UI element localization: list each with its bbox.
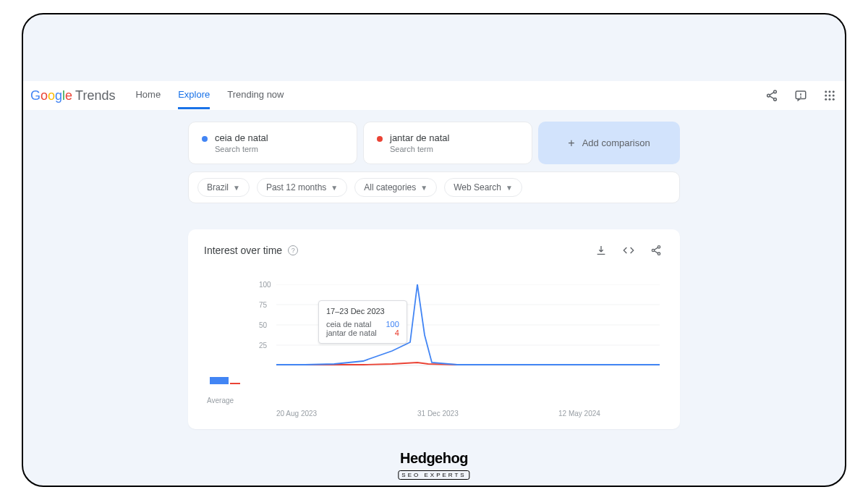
svg-point-12 xyxy=(829,95,831,97)
plus-icon: + xyxy=(568,137,574,150)
term-dot-2 xyxy=(377,136,383,142)
svg-point-11 xyxy=(825,95,827,97)
chart-title: Interest over time xyxy=(204,245,282,256)
y-tick-50: 50 xyxy=(259,321,267,329)
tooltip-series-1-name: ceia de natal xyxy=(326,320,371,329)
svg-point-8 xyxy=(825,90,827,93)
filter-region[interactable]: Brazil▼ xyxy=(197,178,250,197)
add-comparison-button[interactable]: + Add comparison xyxy=(538,122,680,164)
svg-point-13 xyxy=(833,95,835,97)
help-icon[interactable]: ? xyxy=(288,245,298,255)
share-chart-icon[interactable] xyxy=(648,242,664,258)
chart-header: Interest over time ? xyxy=(204,242,664,258)
x-tick-2: 12 May 2024 xyxy=(558,410,600,418)
x-tick-0: 20 Aug 2023 xyxy=(276,410,317,418)
svg-point-19 xyxy=(658,253,660,255)
google-trends-logo[interactable]: Google Trends xyxy=(30,88,115,103)
brand-main: Hedgehog xyxy=(398,450,469,467)
svg-point-18 xyxy=(652,249,654,251)
svg-line-21 xyxy=(654,251,658,253)
chevron-down-icon: ▼ xyxy=(420,184,427,192)
tooltip-series-2-value: 4 xyxy=(395,329,399,337)
topbar-actions xyxy=(764,88,838,103)
svg-point-10 xyxy=(833,90,835,93)
topbar: Google Trends Home Explore Trending now xyxy=(23,81,845,110)
main-nav: Home Explore Trending now xyxy=(135,82,284,109)
term-2-label: jantar de natal xyxy=(390,132,449,143)
tooltip-series-1-value: 100 xyxy=(386,320,399,329)
compare-terms-row: ceia de natal Search term jantar de nata… xyxy=(188,122,680,164)
brand-watermark: Hedgehog SEO EXPERTS xyxy=(398,450,469,480)
chart-body: 100 75 50 25 Average xyxy=(204,284,664,407)
interest-over-time-card: Interest over time ? 100 75 50 25 Averag… xyxy=(188,229,680,429)
avg-bar-series-1 xyxy=(210,377,229,384)
term-1-sub: Search term xyxy=(215,145,268,153)
nav-explore[interactable]: Explore xyxy=(178,82,210,109)
average-label: Average xyxy=(207,397,234,404)
svg-line-3 xyxy=(770,93,774,95)
tooltip-date: 17–23 Dec 2023 xyxy=(326,307,399,315)
term-dot-1 xyxy=(202,136,208,142)
x-tick-1: 31 Dec 2023 xyxy=(417,410,459,418)
add-comparison-label: Add comparison xyxy=(582,137,650,148)
brand-sub: SEO EXPERTS xyxy=(398,470,469,480)
chart-actions xyxy=(593,242,664,258)
y-tick-25: 25 xyxy=(259,342,267,349)
chevron-down-icon: ▼ xyxy=(233,184,240,192)
svg-point-9 xyxy=(829,90,831,93)
term-card-1[interactable]: ceia de natal Search term xyxy=(188,122,357,164)
filter-time[interactable]: Past 12 months▼ xyxy=(257,178,347,197)
chevron-down-icon: ▼ xyxy=(506,184,513,192)
download-icon[interactable] xyxy=(593,242,609,258)
svg-line-4 xyxy=(770,96,774,98)
embed-icon[interactable] xyxy=(621,242,637,258)
term-2-sub: Search term xyxy=(390,145,449,153)
filter-search-type[interactable]: Web Search▼ xyxy=(444,178,522,197)
filter-category[interactable]: All categories▼ xyxy=(354,178,437,197)
svg-point-1 xyxy=(767,94,770,97)
term-1-label: ceia de natal xyxy=(215,132,268,143)
tooltip-series-2-name: jantar de natal xyxy=(326,329,377,337)
apps-grid-icon[interactable] xyxy=(822,88,838,103)
chevron-down-icon: ▼ xyxy=(331,184,338,192)
svg-point-2 xyxy=(774,98,777,101)
filters-row: Brazil▼ Past 12 months▼ All categories▼ … xyxy=(188,171,680,203)
svg-line-20 xyxy=(654,247,658,250)
svg-point-17 xyxy=(658,246,660,248)
share-icon[interactable] xyxy=(764,88,780,103)
feedback-icon[interactable] xyxy=(793,88,809,103)
svg-point-7 xyxy=(801,97,801,98)
nav-trending[interactable]: Trending now xyxy=(227,82,284,109)
content-area: ceia de natal Search term jantar de nata… xyxy=(23,116,845,486)
term-card-2[interactable]: jantar de natal Search term xyxy=(363,122,532,164)
avg-bar-series-2 xyxy=(230,383,240,384)
svg-point-16 xyxy=(833,98,835,101)
svg-point-14 xyxy=(825,98,827,101)
y-tick-75: 75 xyxy=(259,301,267,309)
y-tick-100: 100 xyxy=(259,281,271,289)
svg-point-0 xyxy=(774,90,777,93)
app-frame: Google Trends Home Explore Trending now … xyxy=(22,13,846,487)
chart-tooltip: 17–23 Dec 2023 ceia de natal 100 jantar … xyxy=(318,300,407,344)
svg-point-15 xyxy=(829,98,831,101)
logo-trends-text: Trends xyxy=(75,88,115,103)
nav-home[interactable]: Home xyxy=(135,82,161,109)
